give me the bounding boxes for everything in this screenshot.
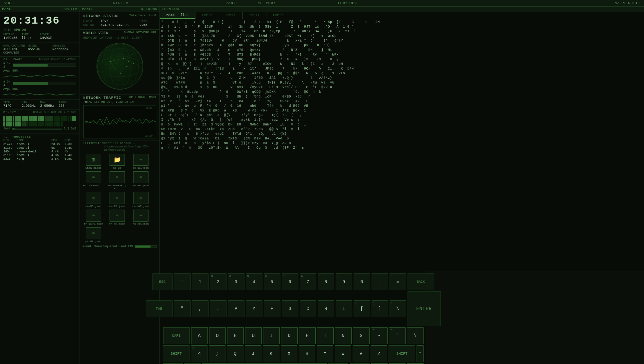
tab-empty-4[interactable]: EMPTY	[266, 12, 290, 19]
key-h[interactable]: D	[281, 327, 298, 344]
key-v[interactable]: K	[263, 345, 279, 362]
key-3[interactable]: #3	[228, 273, 244, 290]
key-p[interactable]: L	[336, 300, 352, 317]
key-m[interactable]: M	[317, 345, 333, 362]
list-item[interactable]: ⌨ de-DE.json	[130, 154, 152, 169]
list-item[interactable]: ⌨ en-GB.json	[130, 171, 152, 190]
key-0[interactable]: )0	[354, 273, 370, 290]
key-9[interactable]: (9	[336, 273, 352, 290]
key-period[interactable]: V	[353, 345, 369, 362]
terminal-line: Y1 = ]{ h a ye} % dh ( '5n5 _cP 0<$D kGJ…	[161, 94, 642, 99]
list-item[interactable]: ⌨ en-US.json	[83, 192, 104, 208]
keyboard-file-icon: ⌨	[110, 210, 125, 222]
cpu-core2-bar	[13, 82, 76, 85]
key-q[interactable]: "	[174, 300, 190, 317]
key-apos[interactable]: "-	[371, 327, 388, 344]
svg-point-4	[98, 48, 143, 85]
key-8[interactable]: *8	[318, 273, 334, 290]
table-row: 31159edex-ui 6%1.4%	[3, 146, 76, 150]
terminal-tabs[interactable]: MAIN - fish EMPTY EMPTY EMPTY EMPTY	[160, 12, 644, 19]
right-shift-key[interactable]: SHIFT	[389, 345, 415, 362]
esc-key[interactable]: ESC	[153, 273, 172, 290]
key-y[interactable]: F	[264, 300, 280, 317]
list-item[interactable]: ⊞ Show disks	[83, 154, 104, 169]
network-status: NETWORK STATUS Interface: tun0 STATE IPv…	[80, 12, 160, 30]
keyboard-file-icon: ⌨	[86, 192, 101, 204]
list-item[interactable]: ⌨ fr-FR.json	[106, 210, 128, 225]
key-g[interactable]: I	[263, 327, 280, 344]
key-i[interactable]: C	[300, 300, 316, 317]
key-n[interactable]: B	[299, 345, 315, 362]
backspace-key[interactable]: BACK	[408, 273, 434, 290]
ns-grid: STATE IPv4 PING ONLINE 194.187.249.35 22…	[83, 19, 156, 27]
list-item[interactable]: ⌨ fr-BEPO.json	[83, 210, 104, 225]
list-item[interactable]: ⌨ en-COLEMAK...	[83, 171, 104, 190]
key-lbracket[interactable]: {[	[354, 300, 370, 317]
key-backslash[interactable]: |\	[390, 300, 406, 317]
key-semicolon[interactable]: S	[353, 327, 370, 344]
svg-point-14	[130, 70, 131, 70]
uptime-label: UPTIME	[3, 33, 22, 36]
key-d[interactable]: E	[227, 327, 244, 344]
key-a[interactable]: A	[191, 327, 208, 344]
svg-point-1	[110, 44, 130, 89]
key-7[interactable]: &7	[300, 273, 316, 290]
key-t[interactable]: Y	[246, 300, 262, 317]
left-shift-key[interactable]: SHIFT	[163, 345, 189, 362]
key-5[interactable]: %5	[264, 273, 280, 290]
list-item[interactable]: ⌨ es-ES.json	[106, 192, 128, 208]
network-label-header: NETWORK	[141, 7, 158, 11]
key-k[interactable]: T	[317, 327, 334, 344]
key-j[interactable]: H	[299, 327, 316, 344]
svg-point-2	[102, 44, 139, 89]
tab-key[interactable]: TAB	[146, 300, 172, 317]
key-o[interactable]: R	[318, 300, 334, 317]
key-z[interactable]: ;	[209, 345, 225, 362]
terminal-line: Q ^JG ( a 8 ^G{JS v T UTS B}R&8 N - 'NI …	[161, 53, 642, 57]
enter-key[interactable]: ENTER	[408, 291, 441, 326]
key-u[interactable]: G	[282, 300, 298, 317]
tab-empty-1[interactable]: EMPTY	[195, 12, 219, 19]
cpu-core2-fill	[13, 82, 48, 85]
ip-label: ONLINE	[83, 24, 100, 27]
key-4[interactable]: $4	[246, 273, 262, 290]
tab-main-fish[interactable]: MAIN - fish	[160, 12, 195, 19]
key-backslash2[interactable]: \	[407, 327, 424, 344]
key-l[interactable]: N	[335, 327, 352, 344]
key-hash[interactable]: "'	[389, 327, 406, 344]
list-item[interactable]: ⌨ es-LAT.json	[130, 192, 152, 208]
traffic-chart: 0.07 -0.07	[83, 105, 156, 138]
key-w[interactable]: ,	[192, 300, 208, 317]
key-1[interactable]: !1	[192, 273, 208, 290]
key-e[interactable]: .	[210, 300, 226, 317]
terminal-line: g < Ai ' k 3C z0*;E< W A\ I Og % ,d `{BF…	[161, 146, 642, 150]
key-c[interactable]: J	[245, 345, 261, 362]
up-arrow-key[interactable]: ↑	[417, 345, 424, 362]
tab-empty-2[interactable]: EMPTY	[219, 12, 243, 19]
tilde-key[interactable]: ~`	[174, 273, 190, 290]
cpu-core1-row: # 1-2	[3, 62, 76, 69]
key-6[interactable]: ^6	[282, 273, 298, 290]
cpu-core1-avg: Avg. 55%	[3, 69, 76, 73]
keyboard-shift-row: SHIFT >< ; Q J K X B M W V Z SHIFT ↑	[163, 345, 424, 362]
key-equals[interactable]: +=	[390, 273, 406, 290]
key-lt[interactable]: ><	[191, 345, 207, 362]
key-comma[interactable]: W	[335, 345, 351, 362]
key-rbracket[interactable]: }]	[372, 300, 388, 317]
list-item[interactable]: ⌨ en-DVORAK.je...	[106, 171, 128, 190]
key-s[interactable]: O	[209, 327, 226, 344]
key-minus[interactable]: _-	[372, 273, 388, 290]
key-r[interactable]: P	[228, 300, 244, 317]
key-f[interactable]: U	[245, 327, 262, 344]
key-slash[interactable]: Z	[371, 345, 387, 362]
tab-empty-3[interactable]: EMPTY	[243, 12, 266, 19]
caps-lock-key[interactable]: CAPS	[163, 327, 190, 344]
list-item[interactable]: ⌨ hu-HU.json	[130, 210, 152, 225]
key-2[interactable]: @2	[210, 273, 226, 290]
month-day: APR 29	[14, 28, 26, 32]
list-item[interactable]: 📁 Go up	[106, 154, 128, 169]
system-label-header: SYSTEM	[64, 7, 78, 11]
list-item[interactable]: ⌨ pt-BR.json	[83, 227, 104, 243]
key-x[interactable]: Q	[227, 345, 243, 362]
key-b[interactable]: X	[281, 345, 297, 362]
